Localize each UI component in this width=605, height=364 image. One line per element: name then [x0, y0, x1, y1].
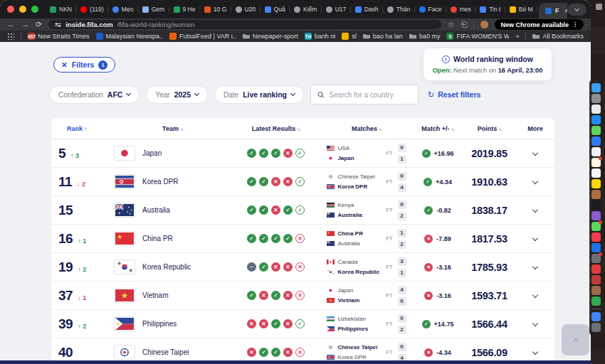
- forward-button[interactable]: →: [21, 21, 29, 28]
- browser-tab[interactable]: Face: [416, 0, 445, 18]
- expand-row-button[interactable]: [516, 351, 554, 354]
- settings-dock-icon[interactable]: [591, 254, 601, 263]
- messages-dock-icon[interactable]: [591, 126, 601, 135]
- calendar-dock-icon[interactable]: [591, 168, 601, 178]
- close-window-button[interactable]: [7, 6, 14, 13]
- medium-dock-icon[interactable]: [591, 275, 601, 284]
- browser-tab[interactable]: U20: [233, 0, 259, 18]
- minimize-window-button[interactable]: [19, 6, 26, 13]
- new-chrome-available-button[interactable]: New Chrome available ⋮: [495, 19, 584, 30]
- docs-dock-icon[interactable]: [591, 312, 601, 321]
- bookmark-item[interactable]: Newpaper-sport: [243, 33, 298, 40]
- team-cell[interactable]: Chinese Taipei: [114, 345, 231, 360]
- safari-dock-icon[interactable]: [591, 115, 601, 124]
- bookmarks-overflow-button[interactable]: »: [515, 33, 519, 40]
- team-cell[interactable]: Korea DPR: [114, 174, 231, 189]
- bookmark-item[interactable]: SFIFA WOMEN'S W...: [446, 33, 509, 40]
- confederation-filter[interactable]: Confederation AFC: [49, 85, 140, 104]
- team-cell[interactable]: Vietnam: [114, 288, 231, 303]
- itunes-dock-icon[interactable]: [591, 211, 601, 220]
- browser-tab[interactable]: Tin t: [477, 0, 503, 18]
- year-filter[interactable]: Year 2025: [146, 85, 208, 104]
- browser-tab[interactable]: Thàn: [384, 0, 413, 18]
- finder-dock-icon[interactable]: [591, 83, 601, 92]
- filters-button[interactable]: ✕ Filters 1: [53, 57, 115, 73]
- divider: |: [445, 6, 446, 13]
- bookmark-item[interactable]: Malaysian Newspa..: [96, 33, 164, 40]
- all-bookmarks-button[interactable]: All Bookmarks: [532, 33, 584, 40]
- tab-search-button[interactable]: [567, 4, 586, 16]
- trash-dock-icon[interactable]: [591, 323, 601, 332]
- reminders-dock-icon[interactable]: [591, 179, 601, 188]
- browser-tab[interactable]: (119): [78, 0, 106, 18]
- expand-row-button[interactable]: [516, 266, 554, 269]
- browser-tab[interactable]: mes: [448, 0, 474, 18]
- team-cell[interactable]: Korea Republic: [114, 259, 231, 274]
- back-button[interactable]: ←: [7, 21, 15, 28]
- browser-tab[interactable]: Quả: [262, 0, 288, 18]
- sheets-dock-icon[interactable]: [591, 296, 601, 306]
- match-delta: ✕-3.16: [413, 291, 463, 300]
- date-filter[interactable]: Date Live ranking: [214, 85, 304, 104]
- bookmark-item[interactable]: FutsalFeed | VAR i..: [169, 33, 236, 40]
- apple-tv-dock-icon[interactable]: [591, 200, 601, 210]
- expand-row-button[interactable]: [516, 181, 554, 183]
- site-settings-icon[interactable]: [55, 23, 61, 26]
- notes-dock-icon[interactable]: [591, 158, 601, 167]
- search-input[interactable]: [330, 91, 411, 99]
- share-icon[interactable]: ⎗: [461, 21, 468, 28]
- header-points[interactable]: Points↑↓: [463, 125, 516, 132]
- extension-icon[interactable]: [480, 21, 488, 28]
- bookmark-item[interactable]: THbanh ni: [305, 33, 336, 40]
- browser-tab[interactable]: 10 G: [201, 0, 229, 18]
- scroll-to-top-button[interactable]: [562, 324, 589, 355]
- font-book-dock-icon[interactable]: [591, 286, 601, 295]
- latest-results: ✓✓✓✓✕: [231, 234, 320, 243]
- mail-dock-icon[interactable]: [591, 136, 601, 146]
- country-search[interactable]: [310, 85, 419, 105]
- team-cell[interactable]: Japan: [114, 146, 231, 161]
- browser-tab[interactable]: Mẹo: [110, 0, 137, 18]
- header-rank[interactable]: Rank↑: [51, 125, 114, 132]
- expand-row-button[interactable]: [516, 209, 554, 212]
- address-bar[interactable]: inside.fifa.com /fifa-world-ranking/wome…: [48, 20, 441, 29]
- app-store-dock-icon[interactable]: [591, 243, 601, 252]
- reload-button[interactable]: ⟳: [36, 21, 42, 28]
- team-cell[interactable]: Australia: [114, 203, 231, 218]
- bookmark-item[interactable]: ba0 my: [409, 33, 441, 40]
- opera-dock-icon[interactable]: [591, 264, 601, 274]
- active-tab[interactable]: F✕: [539, 3, 567, 18]
- bookmark-item[interactable]: sl: [342, 33, 357, 40]
- team-cell[interactable]: Philippines: [114, 316, 231, 331]
- header-matches[interactable]: Matches↑↓: [320, 125, 413, 132]
- zoom-window-button[interactable]: [31, 6, 38, 13]
- photos-dock-icon[interactable]: [591, 147, 601, 156]
- browser-tab[interactable]: NKN: [47, 0, 75, 18]
- browser-tab[interactable]: Dash: [352, 0, 382, 18]
- header-team[interactable]: Team↑↓: [114, 125, 231, 132]
- bookmark-star-icon[interactable]: ☆: [448, 21, 455, 28]
- apps-grid-icon[interactable]: [7, 33, 14, 40]
- bookmark-item[interactable]: NSTNew Straits Times: [28, 33, 90, 40]
- expand-row-button[interactable]: [516, 152, 554, 155]
- team-cell[interactable]: China PR: [114, 231, 231, 246]
- header-latest-results[interactable]: Latest Results↑↓: [231, 125, 320, 132]
- books-dock-icon[interactable]: [591, 190, 601, 199]
- browser-tab[interactable]: Bé M: [507, 0, 536, 18]
- launchpad-dock-icon[interactable]: [591, 94, 601, 103]
- expand-row-button[interactable]: [516, 323, 554, 326]
- browser-tab[interactable]: 9 He: [171, 0, 199, 18]
- browser-tab[interactable]: U17: [323, 0, 349, 18]
- header-match-delta[interactable]: Match +/-↑↓: [413, 125, 463, 132]
- reset-filters-button[interactable]: ↻ Reset filters: [428, 90, 480, 100]
- rank-number: 5: [58, 146, 65, 161]
- bookmark-item[interactable]: bao ha lan: [363, 33, 403, 40]
- expand-row-button[interactable]: [516, 294, 554, 297]
- win-icon: ✓: [247, 205, 256, 215]
- browser-tab[interactable]: Gem: [140, 0, 167, 18]
- browser-tab[interactable]: Kiếm: [291, 0, 320, 18]
- facetime-dock-icon[interactable]: [591, 222, 601, 231]
- chrome-dock-icon[interactable]: [591, 105, 601, 114]
- expand-row-button[interactable]: [516, 237, 554, 240]
- music-dock-icon[interactable]: [591, 232, 601, 242]
